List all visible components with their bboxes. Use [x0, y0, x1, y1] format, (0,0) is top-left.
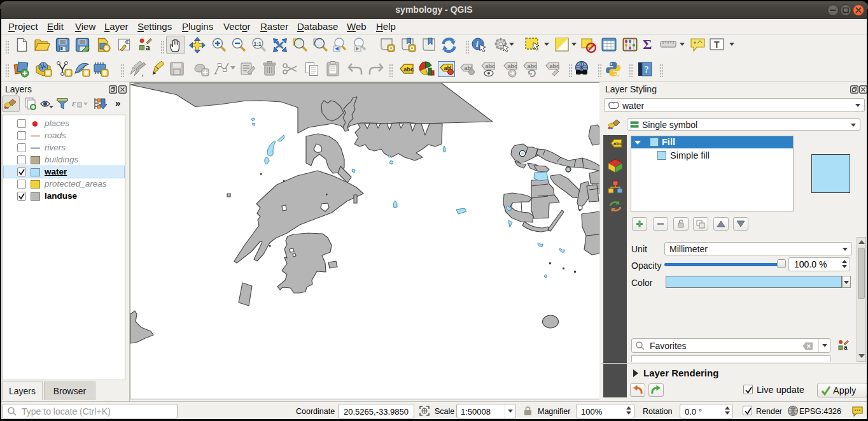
- svg-text:1:1: 1:1: [254, 41, 262, 47]
- svg-text:T: T: [714, 39, 720, 50]
- svg-text:?: ?: [645, 65, 649, 75]
- svg-text:abc: abc: [403, 66, 414, 73]
- svg-text:a: a: [844, 344, 848, 351]
- svg-text:abc: abc: [550, 63, 560, 69]
- svg-text:ε: ε: [72, 98, 76, 108]
- svg-text:abc: abc: [486, 63, 496, 69]
- svg-text:abc: abc: [528, 63, 538, 69]
- svg-text:a: a: [146, 43, 150, 52]
- svg-text:abc: abc: [613, 141, 622, 146]
- svg-text:abc: abc: [508, 63, 518, 69]
- svg-text:i: i: [476, 39, 479, 49]
